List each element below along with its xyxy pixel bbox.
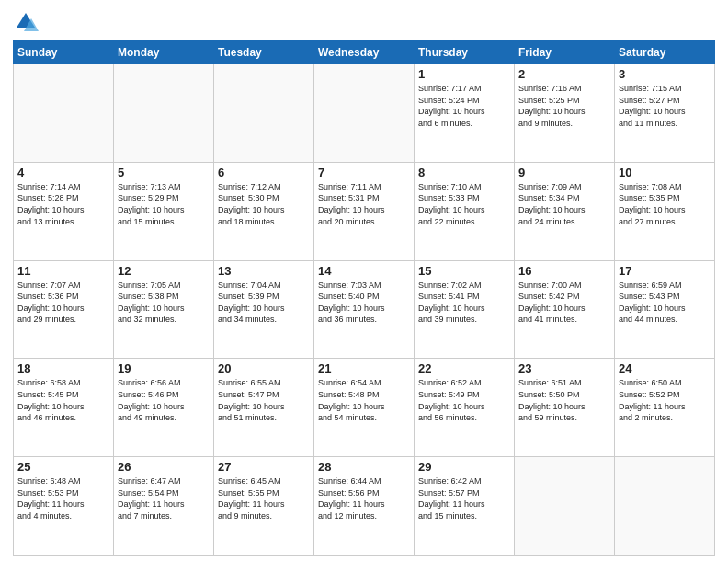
calendar-cell: 28Sunrise: 6:44 AM Sunset: 5:56 PM Dayli… [314,457,415,556]
day-number: 18 [17,362,109,375]
day-number: 28 [318,460,410,474]
calendar-cell [214,64,314,163]
day-info: Sunrise: 6:59 AM Sunset: 5:43 PM Dayligh… [619,280,711,326]
day-number: 19 [118,362,210,375]
day-info: Sunrise: 7:10 AM Sunset: 5:33 PM Dayligh… [418,181,510,227]
day-info: Sunrise: 6:50 AM Sunset: 5:52 PM Dayligh… [619,377,711,423]
day-number: 26 [118,460,210,474]
day-number: 3 [619,67,711,81]
weekday-header-friday: Friday [515,41,615,64]
day-info: Sunrise: 7:13 AM Sunset: 5:29 PM Dayligh… [118,181,210,227]
page-header [13,9,715,35]
day-number: 8 [418,166,510,179]
day-info: Sunrise: 6:51 AM Sunset: 5:50 PM Dayligh… [518,377,610,423]
calendar-cell: 27Sunrise: 6:45 AM Sunset: 5:55 PM Dayli… [214,457,314,556]
calendar-cell: 12Sunrise: 7:05 AM Sunset: 5:38 PM Dayli… [114,260,214,359]
day-number: 12 [118,264,210,278]
day-number: 20 [218,362,310,375]
weekday-header-sunday: Sunday [14,41,114,64]
calendar-cell: 8Sunrise: 7:10 AM Sunset: 5:33 PM Daylig… [415,162,515,260]
weekday-header-wednesday: Wednesday [314,41,415,64]
day-info: Sunrise: 6:42 AM Sunset: 5:57 PM Dayligh… [418,476,510,522]
day-info: Sunrise: 6:58 AM Sunset: 5:45 PM Dayligh… [17,377,109,423]
day-info: Sunrise: 6:47 AM Sunset: 5:54 PM Dayligh… [118,476,210,522]
day-info: Sunrise: 7:11 AM Sunset: 5:31 PM Dayligh… [318,181,410,227]
calendar-cell: 13Sunrise: 7:04 AM Sunset: 5:39 PM Dayli… [214,260,314,359]
day-info: Sunrise: 7:07 AM Sunset: 5:36 PM Dayligh… [17,280,109,326]
day-info: Sunrise: 6:54 AM Sunset: 5:48 PM Dayligh… [318,377,410,423]
day-info: Sunrise: 6:55 AM Sunset: 5:47 PM Dayligh… [218,377,310,423]
day-info: Sunrise: 7:08 AM Sunset: 5:35 PM Dayligh… [619,181,711,227]
calendar-cell [515,457,615,556]
calendar-cell: 29Sunrise: 6:42 AM Sunset: 5:57 PM Dayli… [415,457,515,556]
weekday-header-thursday: Thursday [415,41,515,64]
calendar-cell: 9Sunrise: 7:09 AM Sunset: 5:34 PM Daylig… [515,162,615,260]
calendar-cell: 18Sunrise: 6:58 AM Sunset: 5:45 PM Dayli… [14,359,114,457]
calendar-table: SundayMondayTuesdayWednesdayThursdayFrid… [13,40,715,556]
calendar-cell: 3Sunrise: 7:15 AM Sunset: 5:27 PM Daylig… [615,64,715,163]
day-info: Sunrise: 7:05 AM Sunset: 5:38 PM Dayligh… [118,280,210,326]
day-number: 27 [218,460,310,474]
weekday-header-monday: Monday [114,41,214,64]
calendar-cell: 11Sunrise: 7:07 AM Sunset: 5:36 PM Dayli… [14,260,114,359]
day-number: 13 [218,264,310,278]
day-number: 29 [418,460,510,474]
day-info: Sunrise: 6:45 AM Sunset: 5:55 PM Dayligh… [218,476,310,522]
calendar-cell: 17Sunrise: 6:59 AM Sunset: 5:43 PM Dayli… [615,260,715,359]
day-info: Sunrise: 6:56 AM Sunset: 5:46 PM Dayligh… [118,377,210,423]
day-number: 2 [518,67,610,81]
day-number: 16 [518,264,610,278]
day-info: Sunrise: 7:04 AM Sunset: 5:39 PM Dayligh… [218,280,310,326]
day-info: Sunrise: 7:15 AM Sunset: 5:27 PM Dayligh… [619,83,711,129]
day-number: 5 [118,166,210,179]
day-number: 7 [318,166,410,179]
calendar-cell: 5Sunrise: 7:13 AM Sunset: 5:29 PM Daylig… [114,162,214,260]
calendar-cell: 6Sunrise: 7:12 AM Sunset: 5:30 PM Daylig… [214,162,314,260]
day-info: Sunrise: 6:44 AM Sunset: 5:56 PM Dayligh… [318,476,410,522]
day-number: 1 [418,67,510,81]
day-info: Sunrise: 7:09 AM Sunset: 5:34 PM Dayligh… [518,181,610,227]
calendar-cell: 26Sunrise: 6:47 AM Sunset: 5:54 PM Dayli… [114,457,214,556]
calendar-cell: 1Sunrise: 7:17 AM Sunset: 5:24 PM Daylig… [415,64,515,163]
day-number: 10 [619,166,711,179]
day-info: Sunrise: 7:16 AM Sunset: 5:25 PM Dayligh… [518,83,610,129]
calendar-cell: 19Sunrise: 6:56 AM Sunset: 5:46 PM Dayli… [114,359,214,457]
calendar-cell: 20Sunrise: 6:55 AM Sunset: 5:47 PM Dayli… [214,359,314,457]
logo-icon [13,9,39,35]
calendar-cell: 15Sunrise: 7:02 AM Sunset: 5:41 PM Dayli… [415,260,515,359]
day-info: Sunrise: 6:52 AM Sunset: 5:49 PM Dayligh… [418,377,510,423]
weekday-header-saturday: Saturday [615,41,715,64]
day-number: 23 [518,362,610,375]
day-number: 21 [318,362,410,375]
day-number: 22 [418,362,510,375]
day-number: 4 [17,166,109,179]
day-info: Sunrise: 7:17 AM Sunset: 5:24 PM Dayligh… [418,83,510,129]
day-number: 6 [218,166,310,179]
calendar-cell: 21Sunrise: 6:54 AM Sunset: 5:48 PM Dayli… [314,359,415,457]
calendar-cell: 24Sunrise: 6:50 AM Sunset: 5:52 PM Dayli… [615,359,715,457]
calendar-cell [314,64,415,163]
day-number: 14 [318,264,410,278]
day-info: Sunrise: 6:48 AM Sunset: 5:53 PM Dayligh… [17,476,109,522]
day-number: 11 [17,264,109,278]
calendar-cell: 16Sunrise: 7:00 AM Sunset: 5:42 PM Dayli… [515,260,615,359]
calendar-cell: 22Sunrise: 6:52 AM Sunset: 5:49 PM Dayli… [415,359,515,457]
weekday-header-tuesday: Tuesday [214,41,314,64]
calendar-cell [114,64,214,163]
calendar-cell: 23Sunrise: 6:51 AM Sunset: 5:50 PM Dayli… [515,359,615,457]
day-number: 17 [619,264,711,278]
calendar-cell: 14Sunrise: 7:03 AM Sunset: 5:40 PM Dayli… [314,260,415,359]
calendar-cell: 7Sunrise: 7:11 AM Sunset: 5:31 PM Daylig… [314,162,415,260]
day-number: 25 [17,460,109,474]
calendar-cell [615,457,715,556]
calendar-cell: 10Sunrise: 7:08 AM Sunset: 5:35 PM Dayli… [615,162,715,260]
calendar-cell [14,64,114,163]
day-number: 9 [518,166,610,179]
day-info: Sunrise: 7:12 AM Sunset: 5:30 PM Dayligh… [218,181,310,227]
calendar-cell: 2Sunrise: 7:16 AM Sunset: 5:25 PM Daylig… [515,64,615,163]
day-info: Sunrise: 7:02 AM Sunset: 5:41 PM Dayligh… [418,280,510,326]
calendar-cell: 4Sunrise: 7:14 AM Sunset: 5:28 PM Daylig… [14,162,114,260]
day-number: 24 [619,362,711,375]
day-info: Sunrise: 7:00 AM Sunset: 5:42 PM Dayligh… [518,280,610,326]
logo [13,9,42,35]
